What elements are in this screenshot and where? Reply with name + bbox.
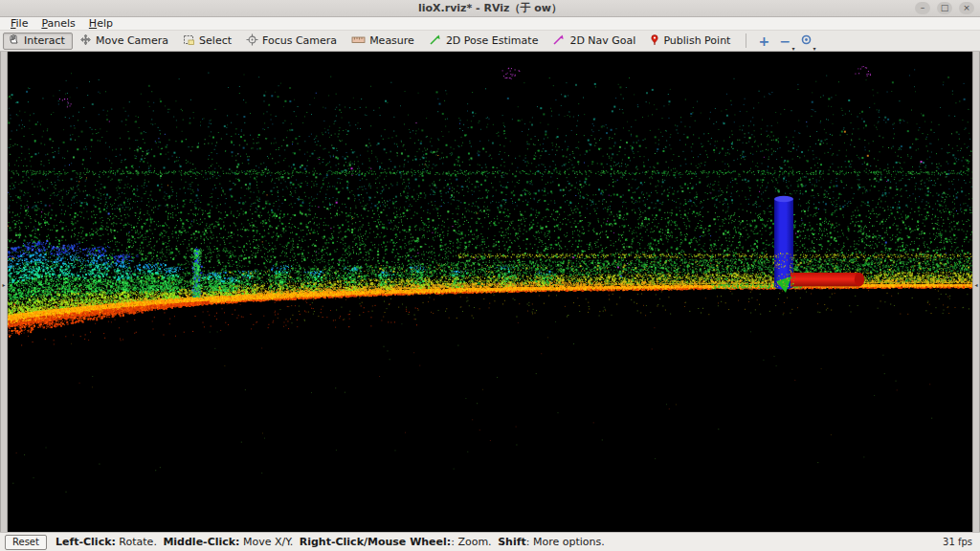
- selection-box-icon: [183, 33, 195, 49]
- tool-label: Select: [199, 34, 232, 47]
- maximize-icon: □: [941, 3, 949, 12]
- menu-file[interactable]: File: [4, 18, 34, 30]
- close-icon: ×: [963, 3, 970, 12]
- splitter-arrow-icon: ▸: [1, 281, 7, 288]
- fps-counter: 31 fps: [943, 537, 975, 547]
- tool-label: Publish Point: [663, 34, 730, 47]
- interact-tool-button[interactable]: Interact: [3, 33, 73, 50]
- add-tool-button[interactable]: +: [754, 33, 773, 50]
- move-arrows-icon: [79, 33, 92, 49]
- minimize-icon: –: [921, 3, 925, 12]
- hint-text: : More options.: [526, 536, 605, 548]
- hint-text: Move X/Y.: [240, 536, 297, 548]
- measure-tool-button[interactable]: Measure: [346, 33, 422, 50]
- 3d-viewport-canvas[interactable]: [8, 52, 972, 532]
- tool-label: Interact: [24, 34, 65, 47]
- minus-icon: −: [780, 33, 791, 49]
- nav-goal-tool-button[interactable]: 2D Nav Goal: [547, 33, 643, 50]
- magenta-arrow-icon: [552, 33, 566, 49]
- move-camera-tool-button[interactable]: Move Camera: [75, 33, 176, 50]
- tool-label: Move Camera: [96, 34, 168, 47]
- tool-label: Focus Camera: [262, 34, 337, 47]
- menu-bar: File Panels Help: [0, 17, 980, 31]
- plus-icon: +: [759, 33, 770, 49]
- ruler-icon: [351, 34, 366, 48]
- toolbar: Interact Move Camera Select Focus Camera…: [0, 31, 980, 52]
- tool-label: 2D Nav Goal: [569, 34, 635, 47]
- minimize-button[interactable]: –: [915, 2, 930, 14]
- reset-button[interactable]: Reset: [5, 535, 47, 550]
- dropdown-arrow-icon: ▾: [813, 45, 815, 52]
- hint-label: Right-Click/Mouse Wheel:: [300, 536, 451, 548]
- views-panel-splitter[interactable]: ◂: [972, 52, 980, 532]
- target-circle-icon: [800, 33, 813, 49]
- hint-text: : Zoom.: [451, 536, 495, 548]
- render-panel: ▸ ◂: [0, 52, 980, 532]
- hand-icon: [8, 33, 20, 49]
- tool-label: 2D Pose Estimate: [446, 34, 539, 47]
- dropdown-arrow-icon: ▾: [791, 45, 794, 52]
- title-bar: lioX.rviz* - RViz（于 ow） – □ ×: [0, 0, 980, 17]
- displays-panel-splitter[interactable]: ▸: [0, 52, 8, 532]
- menu-panels[interactable]: Panels: [34, 18, 81, 30]
- menu-help[interactable]: Help: [82, 18, 120, 30]
- toolbar-separator: [746, 33, 746, 48]
- hint-text: Rotate.: [116, 536, 161, 548]
- remove-tool-button[interactable]: − ▾: [775, 33, 794, 50]
- select-tool-button[interactable]: Select: [178, 33, 239, 50]
- maximize-button[interactable]: □: [937, 2, 952, 14]
- window-controls: – □ ×: [915, 2, 974, 14]
- close-button[interactable]: ×: [959, 2, 974, 14]
- status-bar: Reset Left-Click: Rotate. Middle-Click: …: [0, 532, 980, 551]
- splitter-arrow-icon: ◂: [973, 281, 979, 288]
- hint-label: Left-Click:: [56, 536, 116, 548]
- hint-label: Middle-Click:: [163, 536, 239, 548]
- green-arrow-icon: [429, 33, 442, 49]
- focus-camera-tool-button[interactable]: Focus Camera: [241, 33, 345, 50]
- window-title: lioX.rviz* - RViz（于 ow）: [418, 1, 562, 15]
- tool-label: Measure: [369, 34, 414, 47]
- publish-point-tool-button[interactable]: Publish Point: [645, 33, 738, 50]
- pose-estimate-tool-button[interactable]: 2D Pose Estimate: [424, 33, 546, 50]
- hint-label: Shift: [498, 536, 526, 548]
- tool-properties-button[interactable]: ▾: [796, 33, 815, 50]
- map-pin-icon: [650, 33, 659, 49]
- mouse-hints: Left-Click: Rotate. Middle-Click: Move X…: [56, 536, 608, 548]
- crosshair-icon: [246, 33, 258, 49]
